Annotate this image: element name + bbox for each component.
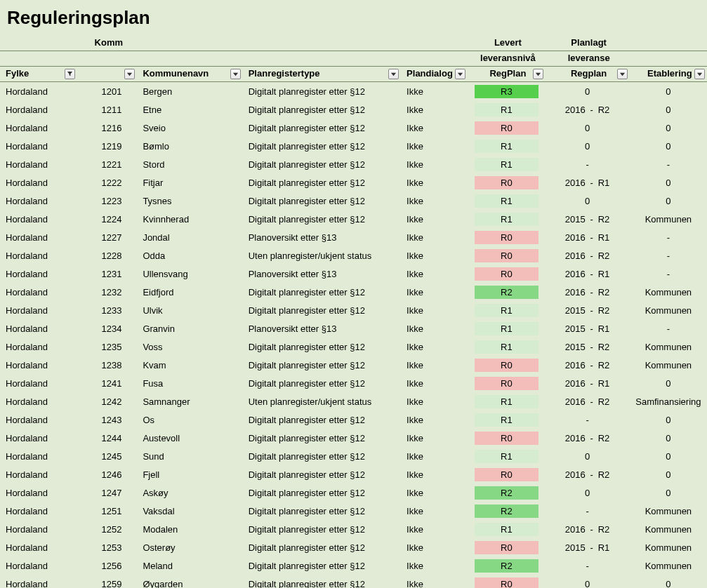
col-regplan[interactable]: RegPlan (468, 67, 545, 82)
cell-etab: - (630, 155, 707, 173)
dropdown-icon[interactable] (388, 69, 399, 79)
cell-knavn: Voss (137, 338, 242, 356)
data-table: Komm Levert Planlagt leveransnivå levera… (0, 36, 707, 588)
cell-kommnr: 1252 (77, 520, 137, 538)
regplan-badge: R2 (475, 559, 538, 573)
cell-pdialog: Ikke (401, 447, 468, 465)
planlagt-value: - (586, 506, 588, 516)
cell-fylke: Hordaland (0, 119, 77, 137)
cell-kommnr: 1246 (77, 465, 137, 483)
cell-kommnr: 1247 (77, 483, 137, 502)
planlagt-value: - (586, 415, 588, 425)
cell-knavn: Askøy (137, 483, 242, 502)
planlagt-value: 2015-R2 (551, 305, 624, 316)
cell-fylke: Hordaland (0, 483, 77, 502)
table-row: Hordaland1245SundDigitalt planregister e… (0, 447, 707, 465)
header-row-2: leveransnivå leveranse (0, 51, 707, 67)
table-row: Hordaland1251VaksdalDigitalt planregiste… (0, 502, 707, 520)
col-planlagt[interactable]: Regplan (546, 67, 630, 82)
header-regplan-top: Levert (473, 37, 542, 48)
cell-ptype: Digitalt planregister etter §12 (243, 520, 401, 538)
cell-planlagt: 2015-R2 (546, 338, 630, 356)
cell-kommnr: 1231 (77, 265, 137, 283)
cell-fylke: Hordaland (0, 556, 77, 575)
col-etab[interactable]: Etablering (630, 67, 707, 82)
col-ptype[interactable]: Planregistertype (243, 67, 401, 82)
cell-kommnr: 1219 (77, 137, 137, 155)
cell-ptype: Digitalt planregister etter §12 (243, 82, 401, 101)
cell-regplan: R0 (468, 228, 545, 246)
cell-knavn: Øygarden (137, 575, 242, 588)
cell-knavn: Fusa (137, 374, 242, 392)
col-fylke[interactable]: Fylke (0, 67, 77, 82)
cell-ptype: Digitalt planregister etter §12 (243, 173, 401, 192)
cell-knavn: Tysnes (137, 192, 242, 210)
cell-ptype: Digitalt planregister etter §12 (243, 429, 401, 447)
col-pdialog[interactable]: Plandialog (401, 67, 468, 82)
planlagt-value: - (586, 561, 588, 571)
cell-etab: 0 (630, 374, 707, 392)
col-knavn-label: Kommunenavn (143, 68, 209, 79)
cell-regplan: R2 (468, 502, 545, 520)
cell-knavn: Austevoll (137, 429, 242, 447)
dropdown-icon[interactable] (124, 69, 135, 79)
table-row: Hordaland1221StordDigitalt planregister … (0, 155, 707, 173)
header-planlagt-top: Planlagt (551, 37, 627, 48)
col-kommnr[interactable]: nr (77, 67, 137, 82)
page-title: Reguleringsplan (0, 4, 707, 36)
planlagt-value: 0 (585, 488, 590, 498)
cell-ptype: Planoversikt etter §13 (243, 319, 401, 338)
cell-regplan: R1 (468, 210, 545, 228)
cell-fylke: Hordaland (0, 392, 77, 410)
table-row: Hordaland1201BergenDigitalt planregister… (0, 82, 707, 101)
cell-etab: Kommunen (630, 338, 707, 356)
cell-regplan: R1 (468, 338, 545, 356)
dropdown-icon[interactable] (533, 69, 543, 79)
cell-ptype: Uten planregister/ukjent status (243, 392, 401, 410)
planlagt-value: 2016-R1 (551, 378, 624, 389)
header-row-1: Komm Levert Planlagt (0, 36, 707, 51)
cell-kommnr: 1253 (77, 538, 137, 556)
col-regplan-label: RegPlan (489, 68, 526, 79)
cell-pdialog: Ikke (401, 465, 468, 483)
regplan-badge: R0 (475, 359, 538, 372)
dropdown-icon[interactable] (694, 69, 705, 79)
cell-knavn: Kvinnherad (137, 210, 242, 228)
cell-planlagt: 2016-R1 (546, 265, 630, 283)
cell-knavn: Sund (137, 447, 242, 465)
cell-planlagt: 0 (546, 82, 630, 101)
cell-etab: Samfinansiering (630, 392, 707, 410)
dropdown-icon[interactable] (617, 69, 628, 79)
cell-planlagt: 2016-R1 (546, 228, 630, 246)
cell-planlagt: - (546, 556, 630, 575)
planlagt-value: 2016-R2 (551, 469, 624, 480)
cell-pdialog: Ikke (401, 319, 468, 338)
col-knavn[interactable]: Kommunenavn (137, 67, 242, 82)
dropdown-icon[interactable] (230, 69, 241, 79)
cell-planlagt: 2015-R1 (546, 319, 630, 338)
col-pdialog-label: Plandialog (407, 68, 453, 79)
cell-planlagt: 0 (546, 575, 630, 588)
table-row: Hordaland1216SveioDigitalt planregister … (0, 119, 707, 137)
filter-active-icon[interactable] (65, 69, 75, 79)
regplan-badge: R1 (475, 322, 538, 335)
cell-fylke: Hordaland (0, 100, 77, 119)
cell-kommnr: 1227 (77, 228, 137, 246)
planlagt-value: 0 (585, 579, 590, 589)
cell-regplan: R0 (468, 119, 545, 137)
cell-planlagt: - (546, 502, 630, 520)
cell-pdialog: Ikke (401, 173, 468, 192)
planlagt-value: 2016-R2 (551, 105, 624, 115)
cell-ptype: Digitalt planregister etter §12 (243, 410, 401, 429)
cell-fylke: Hordaland (0, 429, 77, 447)
cell-etab: Kommunen (630, 538, 707, 556)
dropdown-icon[interactable] (455, 69, 465, 79)
regplan-badge: R1 (475, 340, 538, 354)
cell-knavn: Osterøy (137, 538, 242, 556)
cell-kommnr: 1222 (77, 173, 137, 192)
cell-etab: 0 (630, 82, 707, 101)
cell-regplan: R2 (468, 283, 545, 301)
planlagt-value: 0 (585, 451, 590, 462)
cell-pdialog: Ikke (401, 228, 468, 246)
planlagt-value: - (586, 159, 588, 170)
